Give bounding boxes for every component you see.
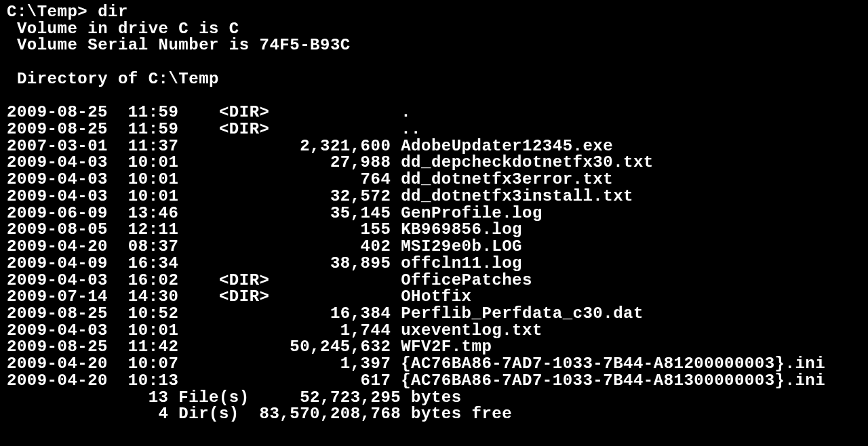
blank-line — [7, 88, 861, 105]
dir-summary-line: 4 Dir(s) 83,570,208,768 bytes free — [7, 406, 861, 423]
command-text: dir — [98, 3, 128, 21]
directory-entry: 2009-04-03 10:01 1,744 uxeventlog.txt — [7, 323, 861, 340]
directory-entry: 2009-04-03 10:01 27,988 dd_depcheckdotne… — [7, 155, 861, 171]
directory-entry: 2009-08-05 12:11 155 KB969856.log — [7, 222, 861, 239]
directory-entry: 2009-08-25 11:59 <DIR> . — [7, 104, 861, 121]
directory-entry: 2009-04-09 16:34 38,895 offcln11.log — [7, 256, 861, 272]
directory-entry: 2009-04-20 10:07 1,397 {AC76BA86-7AD7-10… — [7, 356, 861, 373]
directory-entry: 2009-04-03 10:01 32,572 dd_dotnetfx3inst… — [7, 188, 861, 205]
directory-entry: 2009-06-09 13:46 35,145 GenProfile.log — [7, 205, 861, 222]
directory-entry: 2007-03-01 11:37 2,321,600 AdobeUpdater1… — [7, 138, 861, 155]
directory-entry: 2009-04-03 16:02 <DIR> OfficePatches — [7, 272, 861, 289]
file-summary-line: 13 File(s) 52,723,295 bytes — [7, 390, 861, 407]
blank-line — [7, 54, 861, 71]
prompt-path: C:\Temp> — [7, 3, 87, 21]
directory-entry: 2009-08-25 11:42 50,245,632 WFV2F.tmp — [7, 339, 861, 356]
directory-entry: 2009-04-20 08:37 402 MSI29e0b.LOG — [7, 239, 861, 256]
directory-entry: 2009-08-25 11:59 <DIR> .. — [7, 121, 861, 138]
directory-listing: 2009-08-25 11:59 <DIR> .2009-08-25 11:59… — [7, 104, 861, 389]
volume-serial-line: Volume Serial Number is 74F5-B93C — [7, 37, 861, 54]
volume-label-line: Volume in drive C is C — [7, 21, 861, 38]
command-prompt-line: C:\Temp> dir — [7, 4, 861, 21]
directory-entry: 2009-08-25 10:52 16,384 Perflib_Perfdata… — [7, 306, 861, 323]
terminal-output[interactable]: C:\Temp> dir Volume in drive C is C Volu… — [7, 4, 861, 423]
directory-header-line: Directory of C:\Temp — [7, 71, 861, 88]
directory-entry: 2009-07-14 14:30 <DIR> OHotfix — [7, 289, 861, 306]
directory-entry: 2009-04-03 10:01 764 dd_dotnetfx3error.t… — [7, 171, 861, 188]
directory-entry: 2009-04-20 10:13 617 {AC76BA86-7AD7-1033… — [7, 373, 861, 390]
